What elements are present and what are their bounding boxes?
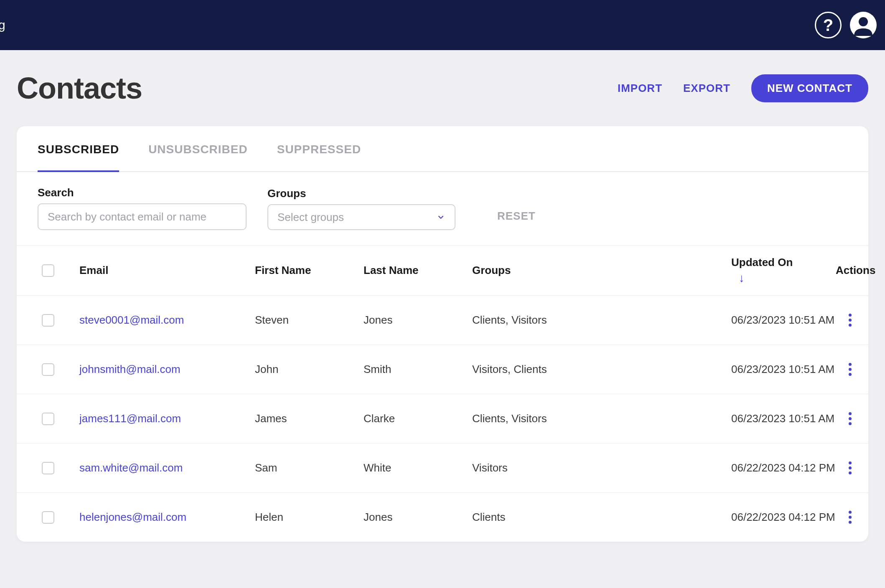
cell-groups: Visitors bbox=[472, 460, 731, 475]
cell-first-name: Sam bbox=[255, 460, 364, 475]
cell-groups: Clients, Visitors bbox=[472, 312, 731, 327]
filters-row: Search Groups Select groups RESET bbox=[17, 172, 868, 245]
row-actions-menu[interactable] bbox=[843, 511, 857, 524]
cell-email[interactable]: johnsmith@mail.com bbox=[79, 362, 255, 377]
cell-last-name: Clarke bbox=[364, 411, 472, 426]
search-filter-group: Search bbox=[38, 186, 247, 230]
cell-groups: Visitors, Clients bbox=[472, 362, 731, 377]
row-actions-menu[interactable] bbox=[843, 363, 857, 376]
page-actions: IMPORT EXPORT NEW CONTACT bbox=[618, 74, 868, 102]
topbar-right: ? bbox=[815, 12, 877, 38]
header-checkbox-cell bbox=[17, 264, 79, 277]
avatar-icon[interactable] bbox=[850, 12, 877, 38]
cell-last-name: White bbox=[364, 460, 472, 475]
cell-groups: Clients, Visitors bbox=[472, 411, 731, 426]
topbar-left-fragment: g bbox=[0, 18, 5, 32]
table-row: helenjones@mail.com Helen Jones Clients … bbox=[17, 492, 868, 542]
row-checkbox[interactable] bbox=[42, 511, 54, 524]
import-button[interactable]: IMPORT bbox=[618, 82, 662, 95]
col-groups[interactable]: Groups bbox=[472, 264, 731, 277]
cell-email[interactable]: helenjones@mail.com bbox=[79, 509, 255, 525]
cell-last-name: Jones bbox=[364, 509, 472, 525]
groups-select-placeholder: Select groups bbox=[277, 211, 344, 224]
cell-last-name: Smith bbox=[364, 362, 472, 377]
search-input[interactable] bbox=[38, 203, 247, 230]
cell-updated-on: 06/22/2023 04:12 PM bbox=[731, 460, 836, 475]
page-title: Contacts bbox=[17, 71, 142, 105]
cell-email[interactable]: sam.white@mail.com bbox=[79, 460, 255, 475]
svg-point-1 bbox=[859, 17, 868, 26]
cell-updated-on: 06/23/2023 10:51 AM bbox=[731, 312, 836, 327]
cell-updated-on: 06/23/2023 10:51 AM bbox=[731, 411, 836, 426]
cell-updated-on: 06/23/2023 10:51 AM bbox=[731, 362, 836, 377]
new-contact-button[interactable]: NEW CONTACT bbox=[751, 74, 868, 102]
tab-subscribed[interactable]: SUBSCRIBED bbox=[38, 126, 119, 172]
row-checkbox[interactable] bbox=[42, 363, 54, 376]
row-actions-menu[interactable] bbox=[843, 314, 857, 327]
cell-first-name: Steven bbox=[255, 312, 364, 327]
row-checkbox[interactable] bbox=[42, 314, 54, 327]
row-actions-menu[interactable] bbox=[843, 412, 857, 425]
cell-groups: Clients bbox=[472, 509, 731, 525]
row-actions-menu[interactable] bbox=[843, 461, 857, 474]
search-label: Search bbox=[38, 186, 247, 199]
export-button[interactable]: EXPORT bbox=[683, 82, 730, 95]
groups-select[interactable]: Select groups bbox=[267, 204, 455, 230]
contacts-card: SUBSCRIBED UNSUBSCRIBED SUPPRESSED Searc… bbox=[17, 126, 868, 542]
cell-first-name: John bbox=[255, 362, 364, 377]
tab-unsubscribed[interactable]: UNSUBSCRIBED bbox=[148, 126, 248, 172]
groups-filter-group: Groups Select groups bbox=[267, 187, 455, 230]
row-checkbox[interactable] bbox=[42, 462, 54, 474]
page-body: Contacts IMPORT EXPORT NEW CONTACT SUBSC… bbox=[0, 50, 885, 558]
cell-first-name: Helen bbox=[255, 509, 364, 525]
cell-updated-on: 06/22/2023 04:12 PM bbox=[731, 509, 836, 525]
tabs: SUBSCRIBED UNSUBSCRIBED SUPPRESSED bbox=[17, 126, 868, 172]
select-all-checkbox[interactable] bbox=[42, 264, 54, 277]
col-last-name[interactable]: Last Name bbox=[364, 264, 472, 277]
cell-email[interactable]: james111@mail.com bbox=[79, 411, 255, 426]
chevron-down-icon bbox=[436, 213, 445, 222]
tab-suppressed[interactable]: SUPPRESSED bbox=[277, 126, 361, 172]
table-row: johnsmith@mail.com John Smith Visitors, … bbox=[17, 345, 868, 394]
cell-email[interactable]: steve0001@mail.com bbox=[79, 312, 255, 327]
col-updated-on-label: Updated On bbox=[731, 256, 836, 269]
page-header: Contacts IMPORT EXPORT NEW CONTACT bbox=[17, 71, 868, 105]
contacts-table: Email First Name Last Name Groups Update… bbox=[17, 245, 868, 542]
help-icon[interactable]: ? bbox=[815, 12, 842, 38]
col-actions: Actions bbox=[836, 264, 885, 277]
sort-desc-icon: ↓ bbox=[739, 271, 836, 285]
col-email[interactable]: Email bbox=[79, 264, 255, 277]
col-first-name[interactable]: First Name bbox=[255, 264, 364, 277]
cell-last-name: Jones bbox=[364, 312, 472, 327]
cell-first-name: James bbox=[255, 411, 364, 426]
groups-label: Groups bbox=[267, 187, 455, 200]
col-updated-on[interactable]: Updated On ↓ bbox=[731, 256, 836, 285]
reset-button[interactable]: RESET bbox=[497, 210, 536, 230]
row-checkbox[interactable] bbox=[42, 413, 54, 425]
table-row: steve0001@mail.com Steven Jones Clients,… bbox=[17, 295, 868, 345]
table-row: sam.white@mail.com Sam White Visitors 06… bbox=[17, 443, 868, 492]
table-row: james111@mail.com James Clarke Clients, … bbox=[17, 394, 868, 443]
table-header: Email First Name Last Name Groups Update… bbox=[17, 245, 868, 295]
topbar: g ? bbox=[0, 0, 885, 50]
